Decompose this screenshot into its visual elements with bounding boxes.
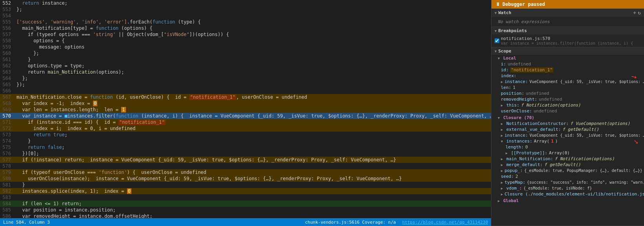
scope-arrow: ▼ <box>495 49 497 53</box>
pause-icon <box>495 2 500 7</box>
line-code: if (!instance) return; instance = VueCom… <box>15 157 491 163</box>
code-line-557: 557 if (typeof options === 'string' || O… <box>0 31 491 38</box>
closure-mainNotif[interactable]: ▶ main_Notification: f Notification(opti… <box>491 156 644 162</box>
code-line-570: 570 var instance = ■instances.filter(fun… <box>0 113 491 119</box>
code-editor: 552 return instance;553};554555['success… <box>0 0 491 226</box>
line-number: 555 <box>0 19 15 25</box>
line-number: 586 <box>0 213 15 218</box>
code-line-556: 556 main_Notification[type] = function (… <box>0 25 491 31</box>
this-expand: ▶ <box>501 103 505 107</box>
bp-line: var instance = instances.filter(function… <box>501 41 633 45</box>
closure-file[interactable]: ▶ Closure (./node_modules/element-ui/lib… <box>491 191 644 197</box>
closure-typeMap[interactable]: ▶ typeMap: {success: "success", info: "i… <box>491 179 644 185</box>
line-code: } <box>15 56 491 63</box>
code-line-559: 559 message: options <box>0 44 491 50</box>
line-number: 558 <box>0 38 15 44</box>
code-line-558: 558 options = { <box>0 38 491 44</box>
line-code: options.type = type; <box>15 63 491 69</box>
closure-extVue[interactable]: ▶ external_vue_default: f getDefault() <box>491 127 644 132</box>
debugger-panel: Debugger paused ▼ Watch + ↻ No watch exp… <box>491 0 644 226</box>
line-code: ['success', 'warning', 'info', 'error'].… <box>15 19 491 25</box>
line-code: var index = -1; index = 0 <box>15 100 491 107</box>
scope-position: position: undefined <box>491 90 644 96</box>
watch-header[interactable]: ▼ Watch + ↻ <box>491 9 644 17</box>
line-number: 567 <box>0 94 15 100</box>
watch-refresh-icon[interactable]: ↻ <box>638 10 641 16</box>
line-number: 554 <box>0 13 15 19</box>
scope-tree[interactable]: ▼ Local i: undefined id: "notification_1… <box>491 55 644 226</box>
line-number: 574 <box>0 138 15 144</box>
global-expand-icon: ▶ <box>498 199 502 203</box>
code-line-561: 561 } <box>0 56 491 63</box>
line-code: if (typeof options === 'string' || Objec… <box>15 31 491 38</box>
global-header[interactable]: ▶ Global <box>491 198 644 204</box>
line-number: 575 <box>0 144 15 150</box>
status-blog: https://blog.csdn.net/qq_43114230 <box>402 220 488 225</box>
line-number: 580 <box>0 175 15 182</box>
closure-instance[interactable]: ▶ instance: VueComponent {_uid: 59, _isV… <box>491 132 644 138</box>
closure-popup[interactable]: ▶ popup_: {_esModule: true, PopupManager… <box>491 168 644 174</box>
watch-add-icon[interactable]: + <box>633 10 636 16</box>
line-code: instances.splice(index, 1); index = 0 <box>15 188 491 194</box>
line-number: 557 <box>0 31 15 38</box>
no-watch-label: No watch expressions <box>491 18 644 26</box>
bp-file: notification.js:570 <box>501 36 633 41</box>
line-code: userOnClose(instance); instance = VueCom… <box>15 175 491 182</box>
scope-header[interactable]: ▼ Scope <box>491 47 644 55</box>
line-number: 577 <box>0 157 15 163</box>
line-code: if (instance.id === id) { id = "notifica… <box>15 119 491 125</box>
watch-section: ▼ Watch + ↻ No watch expressions <box>491 9 644 27</box>
scope-instance[interactable]: ▶ instance: VueComponent {_uid: 59, _isV… <box>491 79 644 85</box>
breakpoint-checkbox[interactable] <box>495 38 499 43</box>
line-number: 570 <box>0 113 15 119</box>
arrow-indicator-2: ➘ <box>634 138 638 144</box>
local-header[interactable]: ▼ Local <box>491 55 644 61</box>
line-number: 562 <box>0 63 15 69</box>
closure-expand-icon: ▼ <box>498 116 502 120</box>
global-label: Global <box>503 198 519 203</box>
code-line-580: 580 userOnClose(instance); instance = Vu… <box>0 175 491 182</box>
closure-header[interactable]: ▼ Closure (70) <box>491 115 644 121</box>
line-code: var len = instances.length; len = 1 <box>15 107 491 113</box>
code-area: 552 return instance;553};554555['success… <box>0 0 491 218</box>
code-line-576: 576 })[0]; <box>0 150 491 157</box>
code-line-573: 573 return true; <box>0 132 491 138</box>
closure-merge[interactable]: ▶ merge_default: f getDefault() <box>491 162 644 168</box>
code-line-568: 568 var index = -1; index = 0 <box>0 100 491 107</box>
line-number: 560 <box>0 50 15 56</box>
scope-index: index: ➘ <box>491 73 644 79</box>
status-bar: Line 584, Column 3 chunk-vendors.js:5616… <box>0 218 491 226</box>
breakpoints-arrow: ▼ <box>495 29 497 33</box>
code-line-582: 582 instances.splice(index, 1); index = … <box>0 188 491 194</box>
scope-this[interactable]: ▶ this: f Notification(options) <box>491 102 644 108</box>
status-coverage: chunk-vendors.js:5616 Coverage: n/a <box>305 220 396 225</box>
line-code: main_Notification.close = function (id, … <box>15 94 491 100</box>
code-line-569: 569 var len = instances.length; len = 1 <box>0 107 491 113</box>
debugger-header: Debugger paused <box>491 0 644 9</box>
code-line-562: 562 options.type = type; <box>0 63 491 69</box>
line-code <box>15 13 491 19</box>
global-node: ▶ Global <box>491 197 644 204</box>
code-body: 552 return instance;553};554555['success… <box>0 0 491 218</box>
line-number: 552 <box>0 0 15 6</box>
closure-notif[interactable]: ▶ NotificationConstructor: f VueComponen… <box>491 121 644 127</box>
closure-vdom[interactable]: ▶ vdom_: {_esModule: true, isVNode: f} <box>491 185 644 191</box>
line-number: 564 <box>0 75 15 81</box>
line-code: message: options <box>15 44 491 50</box>
closure-instances[interactable]: ▼ instances: Array(1) ➘ <box>491 138 644 144</box>
line-code: options = { <box>15 38 491 44</box>
watch-arrow: ▼ <box>495 11 497 15</box>
line-number: 573 <box>0 132 15 138</box>
instances-length: length: 0 <box>491 144 644 150</box>
line-code: } <box>15 138 491 144</box>
closure-seed: seed: 2 <box>491 174 644 179</box>
watch-content: No watch expressions <box>491 17 644 27</box>
code-line-584: 584 if (len <= 1) return; <box>0 201 491 207</box>
breakpoints-header[interactable]: ▼ Breakpoints <box>491 27 644 34</box>
line-number: 584 <box>0 201 15 207</box>
scope-userOnClose: userOnClose: undefined <box>491 108 644 114</box>
line-number: 578 <box>0 163 15 169</box>
line-number: 559 <box>0 44 15 50</box>
instances-proto[interactable]: ▶ [[Prototype]]: Array(0) <box>491 150 644 156</box>
code-line-566: 566 <box>0 88 491 94</box>
